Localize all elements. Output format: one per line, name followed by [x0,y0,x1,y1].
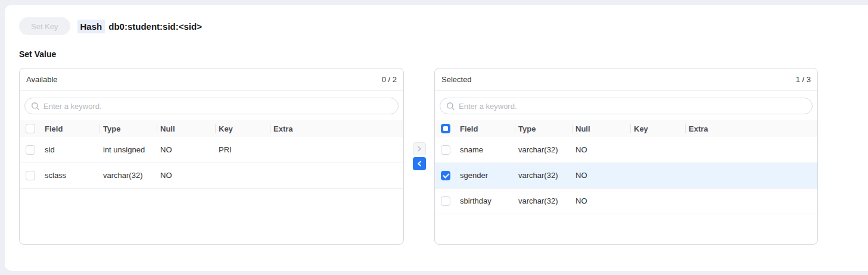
cell-key [634,137,689,162]
key-pattern: db0:student:sid:<sid> [108,21,202,32]
transfer-panels: Available 0 / 2 Field [19,68,860,245]
column-header-null: Null [575,120,634,137]
cell-field: sname [460,137,518,162]
cell-extra [689,137,817,162]
cell-extra [689,162,817,188]
key-topbar: Set Key Hash db0:student:sid:<sid> [19,17,860,35]
cell-type: int unsigned [103,137,160,162]
column-header-extra: Extra [689,120,817,137]
row-checkbox[interactable] [441,145,450,155]
chevron-left-icon [416,161,422,167]
row-checkbox[interactable] [26,145,35,155]
row-checkbox[interactable] [441,171,450,180]
cell-type: varchar(32) [518,188,575,214]
search-icon [31,102,40,111]
available-select-all-checkbox[interactable] [26,124,35,133]
cell-null: NO [575,188,634,214]
selected-select-all-checkbox[interactable] [441,124,450,133]
chevron-right-icon [416,146,422,152]
column-header-type: Type [103,120,160,137]
cell-null: NO [575,162,634,188]
selected-title: Selected [441,75,472,84]
row-checkbox[interactable] [441,196,450,206]
cell-field: sid [45,137,103,162]
set-value-title: Set Value [19,49,860,59]
cell-field: sbirthday [460,188,518,214]
key-line: Hash db0:student:sid:<sid> [77,20,202,33]
available-panel: Available 0 / 2 Field [19,68,404,245]
cell-null: NO [160,137,219,162]
cell-type: varchar(32) [103,162,160,188]
table-row[interactable]: sgendervarchar(32)NO [435,162,817,188]
search-icon [446,102,455,111]
column-header-type: Type [518,120,575,137]
available-search-input[interactable] [25,98,398,114]
table-row[interactable]: snamevarchar(32)NO [435,137,817,162]
cell-key [634,188,689,214]
cell-type: varchar(32) [518,137,575,162]
table-row[interactable]: sidint unsignedNOPRI [20,137,403,162]
column-header-key: Key [219,120,273,137]
available-table-header-row: Field Type Null Key Extra [20,120,403,137]
selected-table: Field Type Null Key Extra snamevarchar(3… [435,120,817,214]
transfer-controls [404,68,434,245]
cell-key: PRI [219,137,273,162]
cell-field: sgender [460,162,518,188]
cell-null: NO [575,137,634,162]
table-row[interactable]: sbirthdayvarchar(32)NO [435,188,817,214]
cell-type: varchar(32) [518,162,575,188]
set-value-card: Set Key Hash db0:student:sid:<sid> Set V… [5,5,868,271]
selected-search-input[interactable] [440,98,812,114]
cell-extra [273,162,403,188]
cell-field: sclass [45,162,103,188]
available-search [20,91,403,120]
available-count: 0 / 2 [382,75,397,84]
key-type-badge: Hash [77,20,105,33]
set-key-button[interactable]: Set Key [19,17,70,35]
available-panel-header: Available 0 / 2 [20,68,403,91]
column-header-null: Null [160,120,219,137]
column-header-field: Field [460,120,518,137]
cell-key [219,162,273,188]
column-header-field: Field [45,120,103,137]
selected-panel: Selected 1 / 3 Field [434,68,818,245]
column-header-extra: Extra [273,120,403,137]
column-header-key: Key [634,120,689,137]
cell-extra [273,137,403,162]
cell-key [634,162,689,188]
selected-search [435,91,817,120]
table-row[interactable]: sclassvarchar(32)NO [20,162,403,188]
selected-panel-header: Selected 1 / 3 [435,68,817,91]
cell-null: NO [160,162,219,188]
available-title: Available [26,75,58,84]
cell-extra [689,188,817,214]
move-to-available-button[interactable] [413,157,426,170]
row-checkbox[interactable] [26,171,35,180]
selected-table-header-row: Field Type Null Key Extra [435,120,817,137]
available-table: Field Type Null Key Extra sidint unsigne… [20,120,403,189]
selected-count: 1 / 3 [796,75,811,84]
move-to-selected-button[interactable] [413,142,426,155]
